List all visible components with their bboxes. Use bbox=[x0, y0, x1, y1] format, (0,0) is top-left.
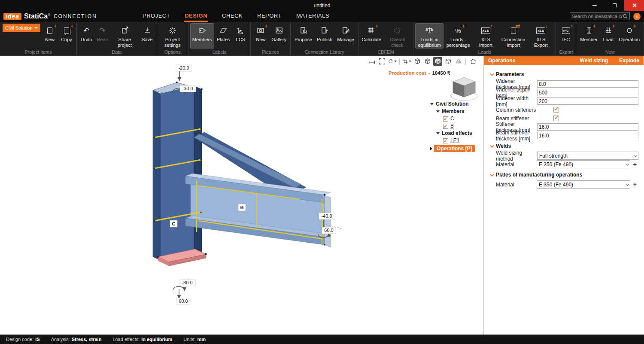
loads-percentage-button[interactable]: %+ Loads - percentage bbox=[444, 23, 472, 49]
tree-node-root[interactable]: Civil Solution bbox=[430, 100, 475, 108]
publish-icon bbox=[319, 25, 331, 36]
tree-node-operations[interactable]: Operations [P] bbox=[430, 145, 475, 152]
calculate-button[interactable]: + Calculate bbox=[360, 23, 383, 49]
beam-stiffener-checkbox[interactable]: ✓ bbox=[553, 116, 559, 121]
steel-connection-model: -20.0 -30.0 -40.0 60.0 -30.0 60.0 C B bbox=[0, 56, 484, 335]
parameters-section: Parameters Widener thickness [mm] Widene… bbox=[490, 71, 638, 140]
tree-node-member-b[interactable]: ✓B bbox=[430, 122, 475, 130]
weld-material-select[interactable]: E 350 (Fe 490) bbox=[537, 160, 630, 168]
column-member[interactable] bbox=[153, 82, 202, 260]
project-tree: Civil Solution Members ✓C ✓B Load effect… bbox=[430, 100, 475, 152]
expander-icon[interactable] bbox=[436, 132, 440, 134]
group-label: New bbox=[576, 49, 644, 55]
loads-in-equilibrium-button[interactable]: Loads in equilibrium bbox=[415, 23, 444, 49]
transparent-view-icon[interactable] bbox=[444, 57, 453, 66]
search-box[interactable] bbox=[570, 12, 630, 20]
section-view-icon[interactable] bbox=[402, 57, 411, 66]
share-project-button[interactable]: Share project bbox=[111, 23, 139, 49]
weld-sizing-method-select[interactable]: Full strength bbox=[537, 152, 638, 160]
operations-panel: Operations Weld sizing Explode Parameter… bbox=[484, 56, 644, 335]
collapsed-expander-icon[interactable] bbox=[430, 147, 432, 150]
column-stiffeners-checkbox[interactable]: ✓ bbox=[553, 107, 559, 113]
rotate-view-icon[interactable] bbox=[388, 57, 397, 66]
menubar: idea StatiCa® CONNECTION PROJECT DESIGN … bbox=[0, 11, 644, 22]
navigation-cube[interactable] bbox=[448, 72, 480, 102]
maximize-button[interactable] bbox=[605, 0, 624, 11]
production-cost-label: Production cost bbox=[389, 70, 426, 76]
tree-node-members[interactable]: Members bbox=[430, 108, 475, 115]
collapse-chevron-icon[interactable] bbox=[490, 72, 494, 76]
shaded-view-icon[interactable] bbox=[433, 57, 442, 66]
members-labels-button[interactable]: Members bbox=[190, 23, 214, 49]
beam-member[interactable] bbox=[185, 174, 331, 247]
stiffener-thickness-input[interactable] bbox=[537, 123, 638, 131]
plate-material-select[interactable]: E 350 (Fe 490) bbox=[537, 180, 630, 189]
new-picture-icon: + bbox=[255, 25, 267, 36]
zoom-fit-icon[interactable] bbox=[377, 57, 386, 66]
close-button[interactable] bbox=[624, 0, 644, 11]
ifc-export-button[interactable]: IFC↑ IFC bbox=[558, 23, 574, 49]
view-toolbar bbox=[367, 57, 477, 66]
collapse-chevron-icon[interactable] bbox=[490, 143, 494, 148]
load-label-base-moment: -30.0 bbox=[179, 280, 195, 286]
dimension-icon[interactable] bbox=[367, 57, 376, 66]
xls-export-button[interactable]: XLS↓ XLS Export bbox=[528, 23, 554, 49]
widener-width-input[interactable] bbox=[537, 97, 638, 105]
member-b-checkbox[interactable]: ✓ bbox=[443, 124, 448, 129]
gallery-button[interactable]: Gallery bbox=[269, 23, 289, 49]
project-selector[interactable]: Civil Solution bbox=[3, 24, 40, 32]
propose-button[interactable]: Propose bbox=[292, 23, 314, 49]
new-load-button[interactable]: + Load bbox=[600, 23, 617, 49]
lcs-labels-button[interactable]: LCS bbox=[232, 23, 249, 49]
symmetry-view-icon[interactable] bbox=[454, 57, 463, 66]
save-button[interactable]: Save bbox=[140, 23, 155, 49]
model-viewport[interactable]: -20.0 -30.0 -40.0 60.0 -30.0 60.0 C B bbox=[0, 56, 484, 335]
copy-project-button[interactable]: + Copy bbox=[58, 23, 75, 49]
member-c-checkbox[interactable]: ✓ bbox=[443, 116, 448, 122]
new-member-button[interactable]: + Member bbox=[578, 23, 599, 49]
tree-node-member-c[interactable]: ✓C bbox=[430, 115, 475, 122]
ribbon-group-export: IFC↑ IFC Export bbox=[556, 22, 576, 55]
expander-icon[interactable] bbox=[430, 103, 434, 105]
tab-materials[interactable]: MATERIALS bbox=[295, 11, 330, 22]
beam-stiffener-thickness-input[interactable] bbox=[537, 132, 638, 139]
param-row: Column stiffeners ✓ bbox=[490, 106, 638, 114]
hidden-lines-view-icon[interactable] bbox=[423, 57, 432, 66]
svg-text:60.0: 60.0 bbox=[324, 228, 333, 233]
add-plate-material-button[interactable]: + bbox=[632, 181, 638, 188]
info-icon[interactable]: i bbox=[633, 13, 641, 20]
home-view-icon[interactable] bbox=[468, 57, 477, 66]
new-picture-button[interactable]: + New bbox=[252, 23, 269, 49]
search-input[interactable] bbox=[572, 14, 623, 19]
explode-button[interactable]: Explode bbox=[619, 58, 639, 64]
tree-node-load-effects[interactable]: Load effects bbox=[430, 130, 475, 137]
tab-check[interactable]: CHECK bbox=[221, 11, 243, 22]
collapse-chevron-icon[interactable] bbox=[490, 172, 494, 177]
plates-labels-button[interactable]: Plates bbox=[215, 23, 232, 49]
xls-import-button[interactable]: XLS↑ XLS Import bbox=[473, 23, 498, 49]
undo-button[interactable]: ↶ Undo bbox=[79, 23, 94, 49]
manage-button[interactable]: Manage bbox=[335, 23, 356, 49]
new-project-button[interactable]: + New bbox=[42, 23, 58, 49]
widener-thickness-input[interactable] bbox=[537, 80, 638, 88]
publish-button[interactable]: Publish bbox=[315, 23, 334, 49]
tab-design[interactable]: DESIGN bbox=[184, 11, 208, 22]
expander-icon[interactable] bbox=[436, 110, 440, 113]
members-label-icon bbox=[196, 25, 208, 36]
widener-depth-input[interactable] bbox=[537, 89, 638, 96]
param-row: Beam stiffener thickness [mm] bbox=[490, 131, 638, 140]
wireframe-view-icon[interactable] bbox=[413, 57, 422, 66]
project-settings-button[interactable]: Project settings bbox=[159, 23, 186, 49]
tree-node-le1[interactable]: ✓LE1 bbox=[430, 137, 475, 144]
minimize-button[interactable] bbox=[585, 0, 605, 11]
le1-checkbox[interactable]: ✓ bbox=[443, 138, 448, 143]
connection-import-button[interactable]: ⇄ Connection Import bbox=[499, 23, 528, 49]
add-weld-material-button[interactable]: + bbox=[632, 161, 638, 168]
new-operation-button[interactable]: + Operation bbox=[617, 23, 642, 49]
equilibrium-scales-icon bbox=[423, 25, 435, 36]
weld-sizing-button[interactable]: Weld sizing bbox=[580, 58, 608, 64]
redo-icon: ↷ bbox=[96, 25, 108, 36]
tab-report[interactable]: REPORT bbox=[256, 11, 283, 22]
chevron-down-icon bbox=[626, 162, 629, 165]
tab-project[interactable]: PROJECT bbox=[142, 11, 171, 22]
